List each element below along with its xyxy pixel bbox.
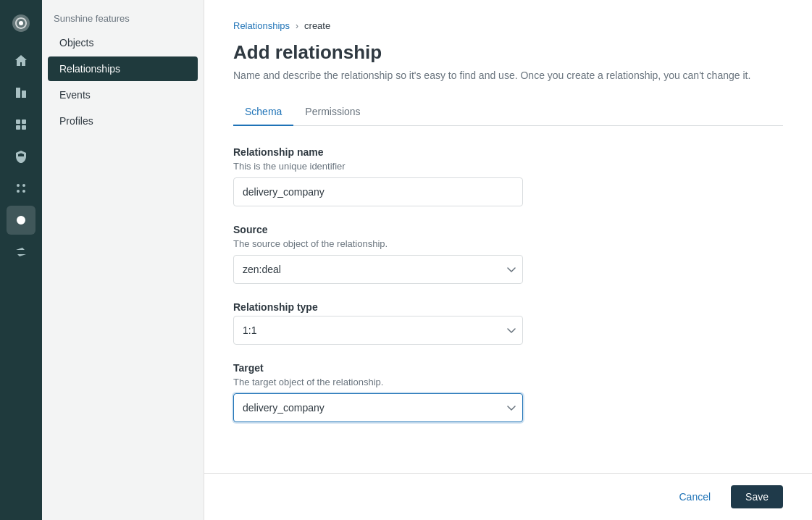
sidebar-item-relationships[interactable]: Relationships [48, 56, 198, 81]
svg-rect-9 [16, 125, 20, 130]
relationship-type-field: Relationship type 1:1 1:N N:N [233, 301, 783, 345]
breadcrumb-current: create [304, 20, 330, 31]
svg-rect-4 [17, 93, 19, 94]
relationship-type-select-wrapper: 1:1 1:N N:N [233, 316, 523, 345]
breadcrumb: Relationships › create [233, 20, 783, 31]
footer: Cancel Save [204, 473, 812, 520]
svg-point-11 [17, 184, 20, 187]
sunshine-nav-icon[interactable] [7, 206, 35, 235]
tab-permissions[interactable]: Permissions [293, 98, 372, 126]
apps-nav-icon[interactable] [7, 174, 35, 203]
sidebar-section-header: Sunshine features [42, 0, 204, 30]
target-label: Target [233, 362, 783, 374]
svg-rect-3 [17, 90, 19, 91]
icon-rail [0, 0, 42, 520]
sidebar: Sunshine features Objects Relationships … [42, 0, 204, 520]
source-hint: The source object of the relationship. [233, 238, 783, 249]
sidebar-item-objects[interactable]: Objects [48, 30, 198, 55]
svg-point-13 [17, 190, 20, 193]
svg-rect-5 [23, 93, 25, 94]
svg-rect-7 [16, 119, 20, 124]
tabs-container: Schema Permissions [233, 98, 783, 126]
source-label: Source [233, 224, 783, 235]
home-nav-icon[interactable] [7, 46, 35, 75]
cancel-button[interactable]: Cancel [667, 485, 722, 508]
source-field: Source The source object of the relation… [233, 224, 783, 284]
relationship-name-hint: This is the unique identifier [233, 161, 783, 172]
relationship-type-label: Relationship type [233, 301, 783, 313]
target-field: Target The target object of the relation… [233, 362, 783, 422]
transfer-nav-icon[interactable] [7, 238, 35, 267]
grid-nav-icon[interactable] [7, 110, 35, 139]
relationship-name-input[interactable] [233, 177, 523, 206]
main-content: Relationships › create Add relationship … [204, 0, 812, 520]
sidebar-item-events[interactable]: Events [48, 83, 198, 107]
content-area: Relationships › create Add relationship … [204, 0, 812, 473]
target-select-wrapper: delivery_company zen:user zen:ticket zen… [233, 393, 523, 422]
svg-rect-6 [23, 96, 25, 97]
page-subtitle: Name and describe the relationship so it… [233, 70, 783, 81]
svg-point-15 [19, 218, 23, 222]
target-select[interactable]: delivery_company zen:user zen:ticket zen… [233, 393, 523, 422]
relationship-name-label: Relationship name [233, 146, 783, 158]
source-select[interactable]: zen:deal zen:user zen:ticket zen:organiz… [233, 255, 523, 284]
breadcrumb-relationships-link[interactable]: Relationships [233, 20, 290, 31]
svg-point-14 [22, 190, 25, 193]
app-logo [7, 9, 35, 38]
page-title: Add relationship [233, 41, 783, 64]
relationship-name-field: Relationship name This is the unique ide… [233, 146, 783, 206]
save-button[interactable]: Save [731, 485, 783, 508]
svg-rect-10 [22, 125, 26, 130]
svg-rect-8 [22, 119, 26, 124]
target-hint: The target object of the relationship. [233, 377, 783, 387]
tab-schema[interactable]: Schema [233, 98, 293, 126]
building-nav-icon[interactable] [7, 78, 35, 107]
breadcrumb-separator: › [296, 21, 298, 31]
shield-nav-icon[interactable] [7, 142, 35, 171]
relationship-type-select[interactable]: 1:1 1:N N:N [233, 316, 523, 345]
svg-point-0 [19, 21, 23, 25]
sidebar-item-profiles[interactable]: Profiles [48, 109, 198, 133]
svg-point-12 [22, 184, 25, 187]
source-select-wrapper: zen:deal zen:user zen:ticket zen:organiz… [233, 255, 523, 284]
